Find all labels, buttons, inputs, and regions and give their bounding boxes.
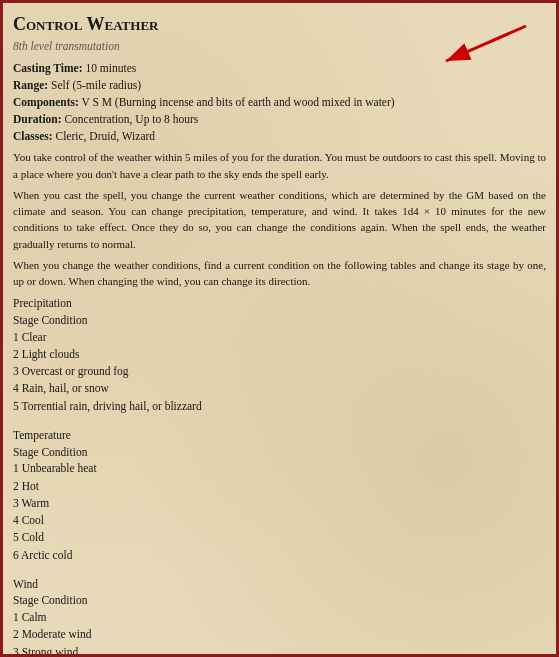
- temp-row-4: 4 Cool: [13, 512, 546, 529]
- precip-col-headers: Stage Condition: [13, 312, 546, 329]
- temp-header: Temperature: [13, 427, 546, 444]
- range-line: Range: Self (5-mile radius): [13, 77, 546, 93]
- spell-content: Control Weather 8th level transmutation …: [3, 3, 556, 657]
- precipitation-section: Precipitation Stage Condition 1 Clear 2 …: [13, 295, 546, 415]
- svg-line-1: [446, 26, 526, 61]
- duration-value: Concentration, Up to 8 hours: [64, 113, 198, 125]
- casting-time-label: Casting Time:: [13, 62, 83, 74]
- classes-line: Classes: Cleric, Druid, Wizard: [13, 128, 546, 144]
- wind-section: Wind Stage Condition 1 Calm 2 Moderate w…: [13, 576, 546, 657]
- precip-row-5: 5 Torrential rain, driving hail, or bliz…: [13, 398, 546, 415]
- duration-label: Duration:: [13, 113, 62, 125]
- description1: You take control of the weather within 5…: [13, 149, 546, 182]
- precip-row-4: 4 Rain, hail, or snow: [13, 380, 546, 397]
- temperature-section: Temperature Stage Condition 1 Unbearable…: [13, 427, 546, 564]
- components-line: Components: V S M (Burning incense and b…: [13, 94, 546, 110]
- classes-label: Classes:: [13, 130, 53, 142]
- precip-row-2: 2 Light clouds: [13, 346, 546, 363]
- wind-row-1: 1 Calm: [13, 609, 546, 626]
- range-label: Range:: [13, 79, 48, 91]
- temp-col-headers: Stage Condition: [13, 444, 546, 461]
- spell-card: Control Weather 8th level transmutation …: [0, 0, 559, 657]
- components-value: V S M (Burning incense and bits of earth…: [81, 96, 394, 108]
- casting-time-value: 10 minutes: [85, 62, 136, 74]
- temp-row-1: 1 Unbearable heat: [13, 460, 546, 477]
- duration-line: Duration: Concentration, Up to 8 hours: [13, 111, 546, 127]
- range-value: Self (5-mile radius): [51, 79, 141, 91]
- temp-row-3: 3 Warm: [13, 495, 546, 512]
- description3: When you change the weather conditions, …: [13, 257, 546, 290]
- temp-row-2: 2 Hot: [13, 478, 546, 495]
- description2: When you cast the spell, you change the …: [13, 187, 546, 252]
- wind-row-2: 2 Moderate wind: [13, 626, 546, 643]
- wind-col-headers: Stage Condition: [13, 592, 546, 609]
- precip-row-1: 1 Clear: [13, 329, 546, 346]
- temp-row-5: 5 Cold: [13, 529, 546, 546]
- components-label: Components:: [13, 96, 79, 108]
- red-arrow-icon: [416, 21, 536, 71]
- classes-value: Cleric, Druid, Wizard: [56, 130, 156, 142]
- precip-row-3: 3 Overcast or ground fog: [13, 363, 546, 380]
- temp-row-6: 6 Arctic cold: [13, 547, 546, 564]
- wind-header: Wind: [13, 576, 546, 593]
- precip-header: Precipitation: [13, 295, 546, 312]
- wind-row-3: 3 Strong wind: [13, 644, 546, 657]
